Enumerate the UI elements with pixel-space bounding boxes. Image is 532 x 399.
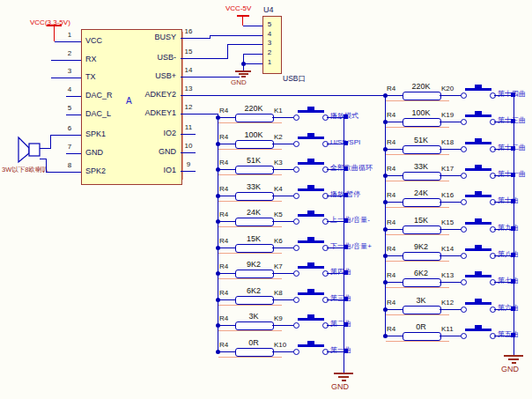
switch-terminal-icon [461, 119, 467, 125]
key-row: R4 100K K2 U/SD/SPI [218, 132, 367, 156]
trace-overlay-line [386, 287, 449, 288]
pushbutton-icon [298, 110, 324, 113]
key-function-label: 第六曲 [498, 305, 519, 312]
junction-pad [344, 297, 348, 301]
resistor-refdes: R4 [219, 238, 228, 245]
key-function-label: 第五曲 [498, 331, 519, 338]
resistor-refdes: R4 [387, 326, 395, 333]
ic-pin-number: 9 [181, 161, 196, 168]
resistor-symbol [235, 192, 274, 201]
gnd-symbol-icon [235, 70, 251, 72]
gnd-symbol-icon [504, 355, 523, 357]
resistor-value: 24K [401, 189, 441, 197]
key-row: R4 6K2 K13 第七曲 [385, 270, 532, 294]
switch-terminal-icon [293, 166, 299, 173]
trace-overlay-line [218, 149, 282, 150]
switch-terminal-icon [461, 199, 467, 205]
key-designator: K3 [274, 159, 283, 166]
usb-pin-stub [251, 54, 262, 55]
resistor-refdes: R4 [219, 107, 228, 115]
key-designator: K11 [441, 326, 454, 333]
resistor-refdes: R4 [219, 315, 228, 322]
ic-pin-stub [66, 115, 81, 115]
switch-terminal-icon [461, 307, 467, 313]
resistor-refdes: R4 [387, 219, 395, 226]
junction-pad [511, 307, 515, 311]
ic-pin-name: USB- [115, 54, 176, 62]
usb-pin-stub [251, 26, 262, 26]
junction-pad [511, 119, 515, 123]
ic-pin-stub [181, 58, 196, 59]
speaker-note: 3W以下8欧喇叭 [2, 166, 48, 174]
switch-terminal-icon [293, 349, 299, 355]
resistor-value: 9K2 [401, 243, 441, 251]
ic-pin-number: 15 [181, 48, 196, 55]
ic-pin-number: 2 [62, 50, 78, 57]
resistor-refdes: R4 [387, 192, 395, 199]
junction-pad [344, 349, 348, 353]
resistor-symbol [235, 244, 274, 253]
key-function-label: 第八曲 [498, 251, 519, 258]
key-row: R4 24K K16 第十曲 [385, 190, 532, 214]
pushbutton-icon [465, 195, 491, 197]
junction-pad [511, 92, 515, 97]
ic-pin-name: IO1 [115, 166, 176, 174]
resistor-value: 220K [401, 83, 441, 91]
pushbutton-icon [465, 222, 491, 225]
resistor-symbol [235, 348, 274, 357]
usb-power-label: VCC-5V [225, 5, 251, 12]
key-function-label: 第十曲 [498, 197, 519, 204]
ic-pin-number: 8 [62, 162, 78, 169]
trace-overlay-line [386, 234, 449, 235]
usb-power-bar-icon [237, 15, 249, 17]
key-row: R4 9K2 K14 第八曲 [385, 244, 532, 268]
ic-pin-stub [55, 41, 81, 42]
pushbutton-icon [298, 137, 324, 139]
usb-pin-number: 3 [264, 40, 275, 47]
resistor-value: 15K [233, 235, 274, 243]
pushbutton-icon [465, 168, 491, 171]
usb-power-stem-icon [242, 15, 243, 26]
pushbutton-icon [298, 318, 324, 321]
pushbutton-icon [465, 302, 491, 305]
junction-pad [344, 322, 348, 327]
key-designator: K13 [441, 272, 454, 279]
key-row: R4 100K K19 第十三曲 [385, 110, 532, 134]
key-function-label: 下一曲/音量+ [330, 243, 372, 250]
resistor-symbol [403, 172, 441, 181]
resistor-refdes: R4 [387, 139, 395, 146]
ic-pin-name: ADKEY1 [115, 109, 176, 117]
ic-pin-stub [50, 135, 81, 136]
key-row: R4 33K K17 第十一曲 [385, 164, 532, 188]
junction-pad [511, 146, 515, 151]
usb-pin-number: 1 [264, 59, 275, 66]
ic-pin-stub [181, 114, 196, 115]
resistor-value: 100K [401, 109, 441, 117]
pushbutton-icon [298, 188, 324, 191]
ic-pin-name: GND [85, 149, 103, 157]
trace-overlay-line [386, 127, 449, 128]
ic-pin-number: 4 [62, 86, 78, 93]
ic-pin-name: BUSY [115, 33, 176, 41]
resistor-value: 6K2 [401, 270, 441, 277]
resistor-value: 3K [233, 313, 274, 321]
key-row: R4 51K K18 第十二曲 [385, 137, 532, 161]
switch-terminal-icon [461, 173, 467, 179]
key-designator: K18 [441, 139, 454, 146]
ic-pin-stub [51, 78, 81, 78]
resistor-value: 33K [401, 163, 441, 171]
resistor-refdes: R4 [219, 342, 228, 349]
trace-overlay-line [218, 122, 282, 123]
resistor-refdes: R4 [387, 299, 395, 307]
resistor-symbol [403, 118, 441, 127]
resistor-symbol [235, 114, 274, 122]
usb-pin-number: 2 [264, 49, 275, 56]
key-row: R4 33K K4 播放/暂停 [218, 184, 367, 208]
key-designator: K7 [274, 263, 283, 270]
resistor-symbol [235, 296, 274, 305]
key-row: R4 220K K20 第十四曲 [385, 84, 532, 107]
switch-terminal-icon [293, 218, 299, 225]
key-function-label: 第二曲 [330, 321, 351, 328]
resistor-refdes: R4 [387, 85, 395, 92]
resistor-symbol [403, 198, 441, 207]
